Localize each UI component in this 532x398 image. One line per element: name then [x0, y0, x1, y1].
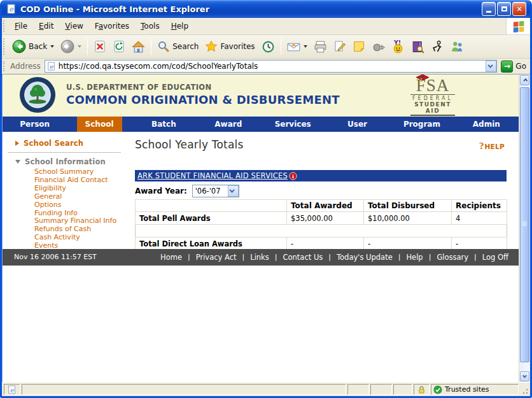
- go-button[interactable]: → Go: [501, 60, 526, 73]
- award-year-label: Award Year:: [135, 187, 187, 195]
- footer-link-today-s-update[interactable]: Today's Update: [337, 253, 393, 262]
- menu-grip[interactable]: [3, 20, 6, 32]
- footer-links: Home|Privacy Act|Links|Contact Us|Today'…: [160, 253, 508, 262]
- page-title: School Yearly Totals: [135, 138, 519, 151]
- nav-tab-services[interactable]: Services: [261, 117, 325, 132]
- title-bar[interactable]: e COD Online - Microsoft Internet Explor…: [2, 0, 530, 18]
- messenger-button[interactable]: [447, 39, 467, 55]
- nav-tab-program[interactable]: Program: [389, 117, 454, 132]
- scroll-thumb[interactable]: [520, 87, 529, 362]
- nav-tab-admin[interactable]: Admin: [454, 117, 519, 132]
- favorites-button[interactable]: Favorites: [202, 39, 258, 54]
- menu-edit[interactable]: Edit: [33, 20, 59, 32]
- sidebar-item-financial-aid-contact[interactable]: Financial Aid Contact: [34, 176, 127, 185]
- row-label: Total Pell Awards: [136, 212, 287, 225]
- address-url: https://cod.qa.tsysecom.com/cod/SchoolYe…: [59, 62, 486, 71]
- nav-tab-batch[interactable]: Batch: [132, 117, 196, 132]
- award-year-dropdown-icon: [228, 185, 239, 197]
- award-year-select[interactable]: '06-'07: [192, 185, 239, 197]
- address-grip[interactable]: [3, 61, 6, 72]
- address-dropdown-button[interactable]: [486, 60, 496, 72]
- minimize-button[interactable]: [482, 2, 496, 16]
- discuss-button[interactable]: [368, 39, 388, 55]
- fsa-logo: FSA FEDERAL STUDENT AID: [410, 77, 455, 116]
- yahoo-messenger-button[interactable]: Y!: [388, 39, 408, 55]
- main-content: School Yearly Totals ? HELP ARK STUDENT …: [127, 132, 519, 249]
- status-main-pane: [22, 384, 346, 395]
- forward-button[interactable]: [57, 38, 85, 55]
- nav-tab-user[interactable]: User: [325, 117, 389, 132]
- scroll-up-button[interactable]: [520, 75, 529, 85]
- toolbar: Back: [2, 35, 530, 59]
- footer-link-glossary[interactable]: Glossary: [437, 253, 468, 262]
- maximize-button[interactable]: [497, 2, 511, 16]
- nav-tab-person[interactable]: Person: [3, 117, 67, 132]
- menu-help[interactable]: Help: [165, 20, 194, 32]
- nav-tab-school[interactable]: School: [67, 117, 131, 132]
- browser-window: e COD Online - Microsoft Internet Explor…: [0, 0, 532, 398]
- address-input[interactable]: e https://cod.qa.tsysecom.com/cod/School…: [45, 60, 498, 73]
- edit-button[interactable]: [330, 39, 349, 54]
- school-name-link[interactable]: ARK STUDENT FINANCIAL AID SERVICES: [137, 171, 288, 180]
- trusted-check-icon: [433, 385, 442, 394]
- column-header-total-awarded: Total Awarded: [287, 200, 364, 212]
- footer-link-contact-us[interactable]: Contact Us: [283, 253, 323, 262]
- education-seal-icon: [19, 76, 56, 113]
- footer-link-home[interactable]: Home: [160, 253, 182, 262]
- print-button[interactable]: [311, 39, 330, 55]
- row-value: -: [364, 238, 452, 249]
- footer-link-help[interactable]: Help: [406, 253, 423, 262]
- scroll-down-button[interactable]: [520, 371, 529, 381]
- address-bar: Address e https://cod.qa.tsysecom.com/co…: [2, 59, 530, 75]
- column-header-blank: [136, 200, 287, 212]
- svg-text:i: i: [292, 173, 294, 179]
- footer-link-log-off[interactable]: Log Off: [482, 253, 508, 262]
- sidebar-item-events[interactable]: Events: [34, 242, 127, 248]
- sidebar-item-eligibility[interactable]: Eligibility: [34, 185, 127, 193]
- menu-view[interactable]: View: [59, 20, 88, 32]
- address-label: Address: [10, 62, 41, 71]
- close-button[interactable]: ✕: [512, 2, 526, 16]
- info-icon[interactable]: i: [289, 172, 297, 180]
- back-button[interactable]: Back: [9, 38, 57, 55]
- menu-favorites[interactable]: Favorites: [89, 20, 135, 32]
- stop-button[interactable]: [90, 39, 109, 54]
- stop-icon: [94, 40, 106, 53]
- resize-grip[interactable]: [520, 384, 529, 395]
- refresh-button[interactable]: [109, 39, 129, 54]
- print-icon: [314, 40, 327, 53]
- help-button[interactable]: ? HELP: [479, 141, 505, 152]
- sidebar-item-options[interactable]: Options: [34, 201, 127, 210]
- menu-tools[interactable]: Tools: [135, 20, 165, 32]
- research-button[interactable]: [408, 39, 428, 55]
- footer-link-privacy-act[interactable]: Privacy Act: [196, 253, 237, 262]
- sidebar-section-school-information[interactable]: School Information: [3, 155, 127, 168]
- spacer-row: [136, 225, 507, 238]
- sidebar-section-school-search[interactable]: School Search: [3, 137, 127, 150]
- nav-tab-award[interactable]: Award: [196, 117, 260, 132]
- menu-file[interactable]: File: [9, 20, 33, 32]
- back-label: Back: [29, 42, 47, 51]
- site-banner: U.S. DEPARTMENT OF EDUCATION COMMON ORIG…: [3, 75, 519, 117]
- aim-button[interactable]: [428, 39, 447, 55]
- site-title: COMMON ORIGINATION & DISBURSEMENT: [66, 93, 340, 106]
- footer-link-separator: |: [188, 253, 190, 261]
- mail-button[interactable]: [284, 39, 311, 55]
- fsa-federal-text: FEDERAL: [410, 94, 455, 101]
- notes-button[interactable]: [349, 39, 368, 54]
- forward-icon: [60, 39, 74, 53]
- history-button[interactable]: [258, 39, 278, 55]
- messenger-people-icon: [451, 40, 464, 53]
- row-value: -: [452, 238, 507, 249]
- sidebar-divider: [8, 152, 121, 153]
- edit-page-icon: [333, 40, 346, 53]
- triangle-right-icon: [15, 141, 19, 146]
- footer-link-links[interactable]: Links: [250, 253, 269, 262]
- sidebar-item-general[interactable]: General: [34, 193, 127, 201]
- toolbar-grip[interactable]: [3, 38, 6, 54]
- home-button[interactable]: [129, 39, 148, 55]
- row-value: -: [287, 238, 364, 249]
- search-button[interactable]: Search: [154, 39, 202, 54]
- sidebar-item-school-summary[interactable]: School Summary: [34, 168, 127, 176]
- vertical-scrollbar[interactable]: [519, 75, 530, 382]
